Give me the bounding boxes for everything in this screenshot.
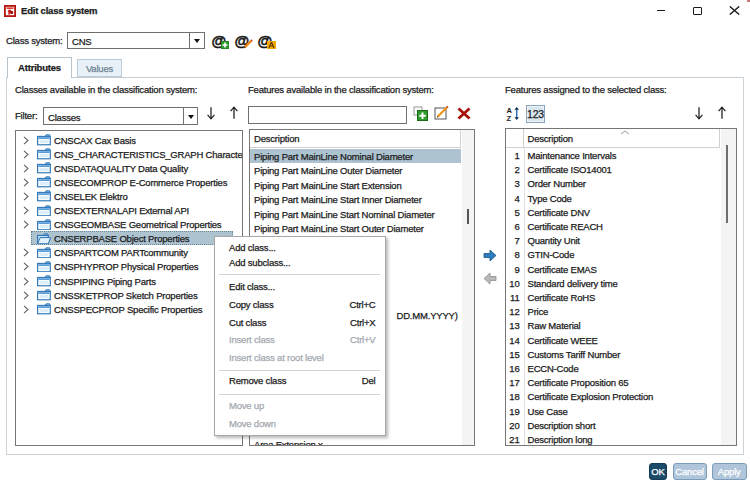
svg-text:Z: Z [507,114,512,122]
